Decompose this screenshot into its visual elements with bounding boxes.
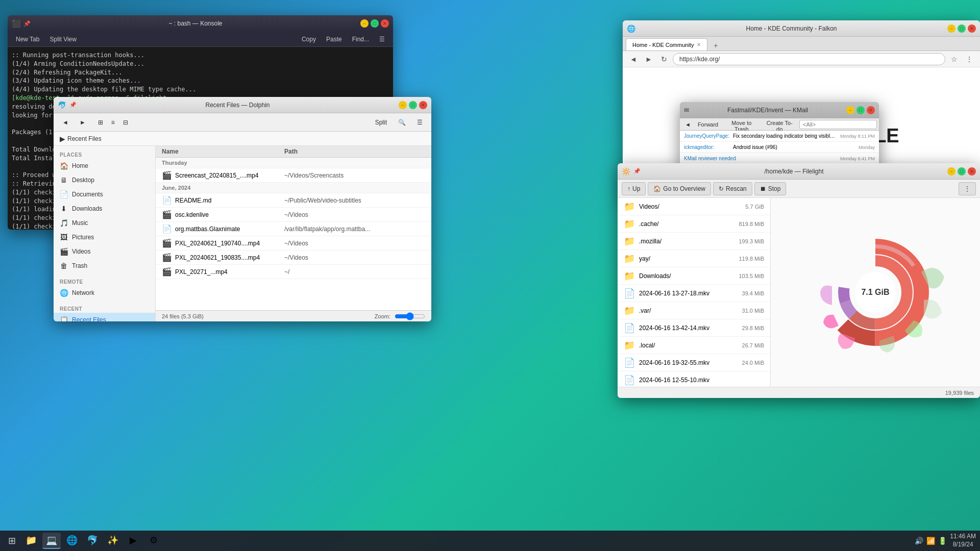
taskbar-app-konsole[interactable]: 💻 xyxy=(42,533,61,549)
kmail-minimize-button[interactable]: − xyxy=(846,106,854,114)
sidebar-item-music[interactable]: 🎵 Music xyxy=(54,216,155,230)
kmail-titlebar[interactable]: ✉ Fastmail/KDE/Invent — KMail − □ ✕ xyxy=(680,102,879,118)
falkon-tab-kde[interactable]: Home - KDE Community ✕ xyxy=(626,38,707,51)
list-item[interactable]: 📁 yay/ 119.8 MiB xyxy=(618,250,770,267)
kmail-close-button[interactable]: ✕ xyxy=(867,106,875,114)
list-item[interactable]: 📁 .var/ 31.0 MiB xyxy=(618,302,770,319)
konsole-minimize-button[interactable]: − xyxy=(360,19,369,28)
taskbar-app-files[interactable]: 📁 xyxy=(22,533,40,549)
sidebar-item-documents[interactable]: 📄 Documents xyxy=(54,187,155,202)
kmail-row[interactable]: KMail reviewer needed Monday 6:41 PM xyxy=(680,153,879,164)
taskbar-app-browser[interactable]: 🌐 xyxy=(63,533,81,549)
table-row[interactable]: 📄 org.mattbas.Glaxnimate /var/lib/flatpa… xyxy=(156,222,431,236)
list-item[interactable]: 📁 .cache/ 819.8 MiB xyxy=(618,215,770,233)
sidebar-item-videos[interactable]: 🎬 Videos xyxy=(54,244,155,259)
table-row[interactable]: 🎬 osc.kdenlive ~/Videos xyxy=(156,208,431,222)
sidebar-item-home[interactable]: 🏠 Home xyxy=(54,159,155,173)
kmail-move-trash-button[interactable]: Move to Trash xyxy=(722,120,761,129)
sidebar-item-recent-files[interactable]: 📋 Recent Files xyxy=(54,313,155,321)
list-item[interactable]: 📁 Downloads/ 103.5 MiB xyxy=(618,267,770,285)
kmail-back-button[interactable]: ◄ xyxy=(682,120,694,129)
taskbar-app-dolphin[interactable]: 🐬 xyxy=(83,533,102,549)
zoom-slider[interactable] xyxy=(395,312,425,320)
table-row[interactable]: 🎬 PXL_20271_...mp4 ~/ xyxy=(156,265,431,279)
falkon-back-button[interactable]: ◄ xyxy=(627,53,640,66)
falkon-bookmark-button[interactable]: ☆ xyxy=(947,53,961,66)
list-item[interactable]: 📄 2024-06-16 12-55-10.mkv xyxy=(618,371,770,387)
split-view-button[interactable]: Split View xyxy=(45,34,80,45)
video-icon-3: 🎬 xyxy=(162,267,172,277)
paste-button[interactable]: Paste xyxy=(322,34,346,45)
falkon-tab-close-button[interactable]: ✕ xyxy=(697,42,701,47)
list-view-button[interactable]: ≡ xyxy=(108,116,118,129)
dolphin-back-button[interactable]: ◄ xyxy=(58,116,73,129)
audio-icon[interactable]: 🔊 xyxy=(915,537,923,545)
kmail-create-todo-button[interactable]: Create To-do xyxy=(762,120,797,129)
filelight-maximize-button[interactable]: □ xyxy=(958,167,966,176)
falkon-minimize-button[interactable]: − xyxy=(947,24,955,33)
konsole-titlebar[interactable]: ⬛ 📌 ~ : bash — Konsole − □ ✕ xyxy=(8,15,393,32)
kmail-forward-button[interactable]: Forward xyxy=(695,120,721,129)
falkon-titlebar[interactable]: 🌐 Home - KDE Community - Falkon − □ ✕ xyxy=(623,20,980,37)
sidebar-item-network[interactable]: 🌐 Network xyxy=(54,286,155,300)
dolphin-close-button[interactable]: ✕ xyxy=(419,101,427,109)
list-item[interactable]: 📁 .local/ 26.7 MiB xyxy=(618,337,770,354)
dolphin-search-button[interactable]: 🔍 xyxy=(394,116,410,129)
menu-button[interactable]: ☰ xyxy=(375,34,389,45)
list-item[interactable]: 📁 .mozilla/ 199.3 MiB xyxy=(618,233,770,250)
sidebar-item-pictures[interactable]: 🖼 Pictures xyxy=(54,230,155,244)
dolphin-titlebar[interactable]: 🐬 📌 Recent Files — Dolphin − □ ✕ xyxy=(54,97,431,113)
konsole-close-button[interactable]: ✕ xyxy=(381,19,389,28)
sidebar-item-downloads[interactable]: ⬇ Downloads xyxy=(54,202,155,216)
falkon-close-button[interactable]: ✕ xyxy=(968,24,976,33)
falkon-reload-button[interactable]: ↻ xyxy=(657,53,671,66)
find-button[interactable]: Find... xyxy=(348,34,373,45)
falkon-url-bar[interactable] xyxy=(673,53,945,65)
new-tab-button[interactable]: New Tab xyxy=(12,34,43,45)
battery-icon[interactable]: 🔋 xyxy=(938,537,947,545)
details-view-button[interactable]: ⊟ xyxy=(119,116,132,129)
table-row[interactable]: 🎬 PXL_20240621_190740....mp4 ~/Videos xyxy=(156,236,431,251)
filelight-overview-button[interactable]: 🏠 Go to Overview xyxy=(648,182,711,195)
table-row[interactable]: 🎬 Screencast_20240815_....mp4 ~/Videos/S… xyxy=(156,168,431,183)
dolphin-menu-button[interactable]: ☰ xyxy=(412,116,427,129)
list-item[interactable]: 📄 2024-06-16 13-27-18.mkv 39.4 MiB xyxy=(618,285,770,302)
copy-button[interactable]: Copy xyxy=(298,34,320,45)
filelight-rescan-button[interactable]: ↻ Rescan xyxy=(713,182,752,195)
kmail-maximize-button[interactable]: □ xyxy=(856,106,865,114)
falkon-new-tab-button[interactable]: + xyxy=(710,40,721,51)
falkon-forward-button[interactable]: ► xyxy=(642,53,655,66)
filelight-close-button[interactable]: ✕ xyxy=(968,167,976,176)
sidebar-item-trash[interactable]: 🗑 Trash xyxy=(54,259,155,273)
konsole-maximize-button[interactable]: □ xyxy=(371,19,379,28)
table-row[interactable]: 📄 README.md ~/Public/Web/video-subtitles xyxy=(156,193,431,208)
dolphin-forward-button[interactable]: ► xyxy=(75,116,90,129)
dolphin-maximize-button[interactable]: □ xyxy=(409,101,417,109)
table-row[interactable]: 🎬 PXL_20240621_190835....mp4 ~/Videos xyxy=(156,251,431,265)
list-item[interactable]: 📄 2024-06-16 13-42-14.mkv 29.8 MiB xyxy=(618,319,770,337)
network-tray-icon[interactable]: 📶 xyxy=(926,537,935,545)
dolphin-breadcrumb: ▶ Recent Files xyxy=(54,132,431,146)
taskbar-app-run[interactable]: ▶ xyxy=(124,533,142,549)
filelight-stop-button[interactable]: ⏹ Stop xyxy=(754,182,787,195)
filelight-minimize-button[interactable]: − xyxy=(947,167,955,176)
dolphin-split-button[interactable]: Split xyxy=(371,116,391,129)
filelight-more-button[interactable]: ⋮ xyxy=(959,182,976,195)
list-item[interactable]: 📁 Videos/ 5.7 GiB xyxy=(618,198,770,215)
list-item[interactable]: 📄 2024-06-16 19-32-55.mkv 24.0 MiB xyxy=(618,354,770,371)
kmail-row[interactable]: ickmageditor: Android issue (#96) Monday xyxy=(680,142,879,153)
kmail-search-input[interactable] xyxy=(799,120,877,129)
taskbar-app-settings[interactable]: ⚙ xyxy=(144,533,163,549)
sidebar-item-desktop[interactable]: 🖥 Desktop xyxy=(54,173,155,187)
kmail-window: ✉ Fastmail/KDE/Invent — KMail − □ ✕ ◄ Fo… xyxy=(680,102,879,168)
dolphin-minimize-button[interactable]: − xyxy=(399,101,407,109)
kmail-row[interactable]: JourneyQueryPage: Fix secondary loading … xyxy=(680,131,879,142)
taskbar-clock[interactable]: 11:46 AM 8/19/24 xyxy=(950,533,976,548)
falkon-maximize-button[interactable]: □ xyxy=(958,24,966,33)
falkon-menu-button[interactable]: ⋮ xyxy=(963,53,976,66)
filelight-up-button[interactable]: ↑ Up xyxy=(622,182,646,195)
taskbar-app-sparkle[interactable]: ✨ xyxy=(104,533,122,549)
taskbar-kde-menu-button[interactable]: ⊞ xyxy=(4,533,20,549)
filelight-titlebar[interactable]: 🔆 📌 /home/kde — Filelight − □ ✕ xyxy=(618,163,980,180)
icon-view-button[interactable]: ⊞ xyxy=(94,116,107,129)
